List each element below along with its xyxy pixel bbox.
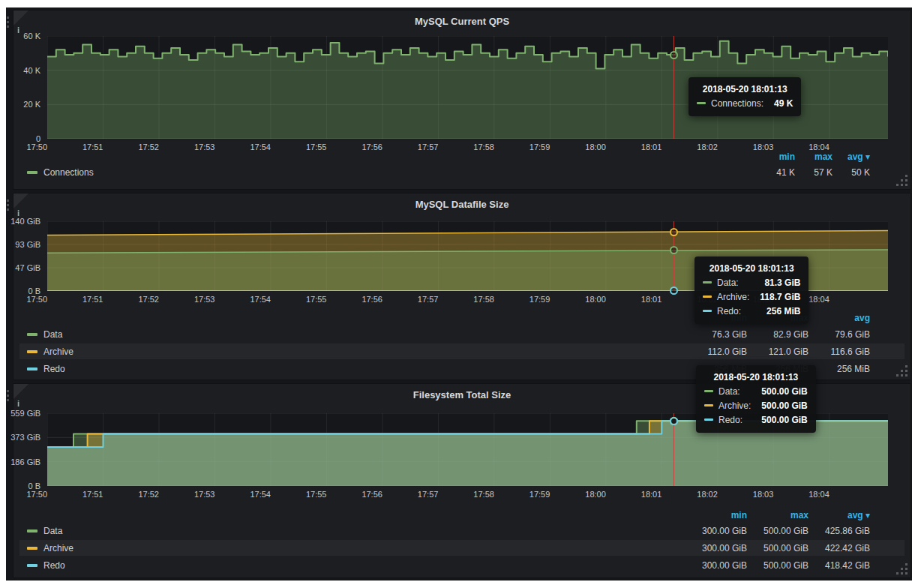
tooltip-timestamp: 2018-05-20 18:01:13 <box>703 262 800 275</box>
legend-row: Archive 300.00 GiB 500.00 GiB 422.42 GiB <box>20 540 904 556</box>
x-tick-label: 17:55 <box>289 294 326 304</box>
legend-row: Data 300.00 GiB 500.00 GiB 425.86 GiB <box>20 523 904 538</box>
series-color-dash <box>704 390 713 392</box>
legend-row: Connections 41 K 57 K 50 K <box>20 164 904 180</box>
series-hover-marker <box>670 228 678 236</box>
legend-series-toggle[interactable]: Connections <box>27 167 94 178</box>
stat-max: 500.00 GiB <box>747 560 808 571</box>
legend-series-toggle[interactable]: Archive <box>27 346 74 357</box>
x-tick-label: 17:56 <box>345 294 382 304</box>
tooltip-series-row: Archive: 500.00 GiB <box>704 398 808 412</box>
grafana-dashboard: i MySQL Current QPS 020 K40 K60 K 17:501… <box>6 8 912 580</box>
panel-title[interactable]: MySQL Datafile Size <box>14 196 910 213</box>
x-tick-label: 18:01 <box>624 294 662 304</box>
x-tick-label: 18:00 <box>568 489 606 500</box>
legend-series-toggle[interactable]: Data <box>27 526 62 536</box>
x-tick-label: 18:04 <box>792 489 830 500</box>
panel-drag-handle[interactable] <box>7 390 9 392</box>
x-tick-label: 17:58 <box>457 294 494 304</box>
stat-min: 300.00 GiB <box>686 543 747 554</box>
y-tick-label: 47 GiB <box>15 262 40 273</box>
series-color-dash <box>703 310 712 312</box>
legend-sort-min[interactable]: min <box>686 510 747 520</box>
stat-avg: 418.42 GiB <box>808 560 870 571</box>
panel-drag-handle[interactable] <box>7 200 9 202</box>
x-tick-label: 17:56 <box>345 489 382 500</box>
tooltip-series-label: Archive: <box>718 400 751 411</box>
series-name: Redo <box>44 560 65 571</box>
legend-sort-max[interactable]: max <box>747 510 808 520</box>
legend-series-toggle[interactable]: Redo <box>27 560 65 571</box>
y-axis: 0 B47 GiB93 GiB140 GiB <box>14 221 44 291</box>
tooltip-series-row: Data: 81.3 GiB <box>703 275 800 290</box>
series-name: Archive <box>44 346 74 357</box>
stat-min: 76.3 GiB <box>686 329 747 340</box>
legend-row: Archive 112.0 GiB 121.0 GiB 116.6 GiB <box>20 344 904 359</box>
y-tick-label: 186 GiB <box>10 457 40 467</box>
tooltip-series-label: Data: <box>718 386 740 397</box>
x-tick-label: 17:53 <box>177 294 214 304</box>
graph-tooltip-datafile: 2018-05-20 18:01:13 Data: 81.3 GiB Archi… <box>694 256 808 324</box>
series-color-dash <box>27 350 38 353</box>
panel-resize-handle[interactable] <box>905 184 908 186</box>
stat-max: 500.00 GiB <box>747 543 808 554</box>
tooltip-series-row: Redo: 256 MiB <box>703 304 800 318</box>
x-tick-label: 17:57 <box>400 294 438 304</box>
x-tick-label: 17:57 <box>400 489 438 500</box>
panel-resize-handle[interactable] <box>905 572 908 574</box>
legend-sort-max[interactable]: max <box>795 152 832 162</box>
stat-avg: 422.42 GiB <box>808 543 870 554</box>
series-name: Archive <box>44 543 74 554</box>
panel-resize-handle[interactable] <box>905 374 908 376</box>
tooltip-timestamp: 2018-05-20 18:01:13 <box>697 82 793 96</box>
x-tick-label: 18:02 <box>680 489 718 500</box>
legend-series-toggle[interactable]: Redo <box>27 364 65 374</box>
series-color-dash <box>27 564 38 567</box>
series-name: Data <box>44 329 62 340</box>
legend-series-toggle[interactable]: Archive <box>27 543 74 554</box>
x-tick-label: 17:52 <box>122 294 159 304</box>
tooltip-series-value: 500.00 GiB <box>751 415 807 425</box>
series-name: Data <box>44 526 62 536</box>
legend-sort-avg[interactable]: avg ▾ <box>832 152 870 162</box>
stat-avg: 79.6 GiB <box>808 329 870 340</box>
stat-avg: 256 MiB <box>808 364 870 374</box>
series-color-dash <box>703 296 712 298</box>
graph-tooltip-qps: 2018-05-20 18:01:13 Connections: 49 K <box>688 77 801 116</box>
panel-title[interactable]: MySQL Current QPS <box>14 14 910 30</box>
legend-sort-min[interactable]: min <box>758 152 795 162</box>
legend-series-toggle[interactable]: Data <box>27 329 62 340</box>
tooltip-series-row: Data: 500.00 GiB <box>704 384 808 398</box>
x-tick-label: 17:59 <box>512 294 550 304</box>
series-color-dash <box>27 368 38 370</box>
stat-avg: 116.6 GiB <box>808 346 870 357</box>
y-tick-label: 40 K <box>23 65 40 76</box>
panel-drag-handle[interactable] <box>7 16 9 19</box>
x-tick-label: 18:00 <box>568 294 606 304</box>
x-tick-label: 17:58 <box>457 489 494 500</box>
x-tick-label: 18:03 <box>736 489 773 500</box>
x-tick-label: 17:55 <box>289 489 326 500</box>
legend-sort-avg[interactable]: avg ▾ <box>808 510 870 520</box>
tooltip-series-value: 256 MiB <box>756 306 800 316</box>
tooltip-series-value: 81.3 GiB <box>754 278 800 288</box>
tooltip-series-label: Archive: <box>717 292 749 302</box>
legend-sort-avg[interactable]: avg <box>808 313 870 323</box>
series-color-dash <box>27 171 38 174</box>
series-name: Connections <box>44 167 94 178</box>
x-tick-label: 17:54 <box>233 489 271 500</box>
tooltip-series-value: 500.00 GiB <box>751 400 807 411</box>
y-tick-label: 373 GiB <box>10 432 40 442</box>
legend-stats-header: min max avg ▾ <box>20 148 904 164</box>
x-tick-label: 17:54 <box>233 294 271 304</box>
y-tick-label: 93 GiB <box>15 239 40 250</box>
y-tick-label: 559 GiB <box>10 408 40 418</box>
tooltip-series-label: Connections: <box>711 98 764 109</box>
series-hover-marker <box>670 51 678 59</box>
x-tick-label: 17:50 <box>10 294 47 304</box>
tooltip-series-label: Data: <box>717 278 739 288</box>
legend-row: Data 76.3 GiB 82.9 GiB 79.6 GiB <box>20 326 904 342</box>
tooltip-timestamp: 2018-05-20 18:01:13 <box>704 370 808 384</box>
tooltip-series-row: Redo: 500.00 GiB <box>704 412 808 427</box>
stat-max: 57 K <box>795 167 832 178</box>
